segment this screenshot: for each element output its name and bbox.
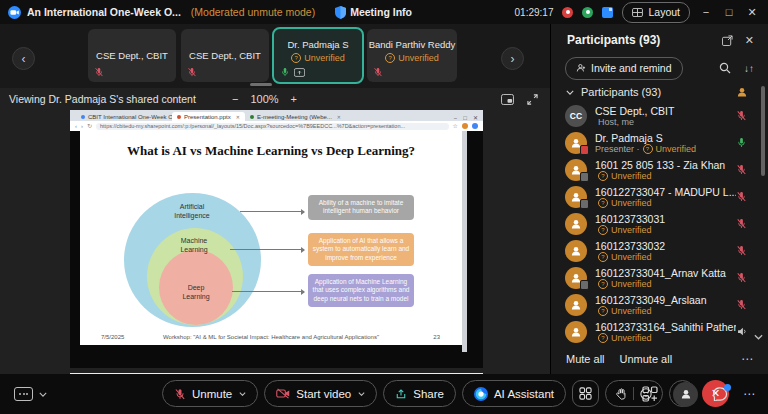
close-panel-icon[interactable]: ✕: [745, 34, 754, 47]
filmstrip-prev-button[interactable]: ‹: [12, 47, 35, 70]
callout-arrow: [232, 291, 304, 292]
person-icon: [680, 388, 692, 400]
apps-grid-icon: [579, 387, 592, 400]
unverified-icon: ?: [598, 225, 608, 235]
mic-muted-icon: [736, 191, 747, 202]
browser-profile-avatar: [462, 123, 468, 129]
participant-row[interactable]: 160123733031 ?Unverified: [551, 210, 763, 237]
participant-status: ?Unverified: [595, 198, 736, 208]
participant-status: ?Unverified: [595, 279, 736, 289]
avatar: [565, 240, 587, 262]
participant-row[interactable]: 160122733047 - MADUPU L... ?Unverified: [551, 183, 763, 210]
layout-button[interactable]: Layout: [622, 2, 690, 23]
person-icon: [570, 245, 582, 257]
invite-and-remind-button[interactable]: Invite and remind: [565, 57, 683, 80]
minimize-button[interactable]: −: [699, 6, 713, 18]
meeting-info-button[interactable]: Meeting Info: [335, 6, 412, 19]
captions-icon[interactable]: [14, 387, 33, 401]
unverified-icon: ?: [385, 53, 395, 63]
participant-name: 160123733049_Arslaan: [595, 294, 736, 306]
more-options-button[interactable]: ⋯: [743, 387, 756, 401]
apps-button[interactable]: [572, 380, 599, 407]
participant-row[interactable]: 160123733041_Arnav Katta ?Unverified: [551, 264, 763, 291]
mute-all-button[interactable]: Mute all: [566, 353, 605, 365]
maximize-button[interactable]: □: [722, 6, 736, 18]
ai-assistant-button[interactable]: AI Assistant: [462, 380, 566, 407]
filmstrip-drag-handle[interactable]: [250, 83, 272, 86]
avatar: [565, 267, 587, 289]
participants-section-header[interactable]: Participants (93): [551, 84, 768, 100]
copy-link-icon[interactable]: [602, 7, 613, 18]
video-tile[interactable]: Bandi Parthiv Reddy ?Unverified: [367, 29, 457, 82]
avatar-badge-icon: [580, 199, 589, 209]
participant-row[interactable]: 160123733049_Arslaan ?Unverified: [551, 291, 763, 318]
unmute-all-button[interactable]: Unmute all: [620, 353, 673, 365]
popout-icon[interactable]: [722, 35, 733, 46]
unmute-button[interactable]: Unmute: [162, 380, 258, 407]
meeting-info-label: Meeting Info: [350, 6, 412, 18]
shared-content-stage: CBIT International One-Week Onl...✕ Pres…: [0, 110, 550, 374]
mic-status-icon: [736, 164, 747, 175]
participants-list: CC CSE Dept., CBIT Host, me Dr. Padmaja …: [551, 102, 763, 345]
mic-muted-icon: [736, 110, 747, 121]
avatar: [565, 159, 587, 181]
avatar: [565, 213, 587, 235]
zoom-in-button[interactable]: +: [291, 93, 297, 105]
participants-panel-title: Participants (93): [551, 33, 660, 47]
chevron-down-icon: [566, 90, 574, 95]
participant-name: CSE Dept., CBIT: [595, 105, 736, 117]
zoom-out-button[interactable]: −: [232, 93, 238, 105]
browser-window-controls: −□✕: [454, 114, 483, 121]
participant-row[interactable]: CC CSE Dept., CBIT Host, me: [551, 102, 763, 129]
chat-button[interactable]: [713, 387, 728, 401]
screen-share-icon: [294, 68, 305, 77]
video-tile[interactable]: CSE Dept., CBIT: [88, 29, 176, 82]
zoom-app-icon: [8, 6, 21, 19]
chevron-down-icon[interactable]: [358, 392, 365, 396]
participant-status: ?Unverified: [595, 306, 736, 316]
participant-row[interactable]: 1601 25 805 133 - Zia Khan ?Unverified: [551, 156, 763, 183]
chevron-down-icon[interactable]: [239, 392, 246, 396]
mic-on-icon: [736, 137, 747, 148]
mic-muted-icon: [373, 67, 383, 77]
meeting-title: An International One-Week O...: [27, 6, 181, 18]
avatar: [565, 294, 587, 316]
close-button[interactable]: ✕: [745, 6, 759, 19]
zoom-level: 100%: [250, 93, 278, 105]
fullscreen-icon[interactable]: [527, 94, 538, 105]
participant-status: ?Unverified: [595, 333, 736, 343]
picture-in-picture-icon[interactable]: [501, 94, 514, 105]
apps-tray-icon[interactable]: [642, 386, 658, 402]
address-bar: https://cbitedu-my.sharepoint.com/:p:/pe…: [96, 123, 449, 130]
mic-status-icon: [736, 218, 747, 229]
video-tile-active-speaker[interactable]: Dr. Padmaja S ?Unverified: [274, 29, 362, 82]
search-icon[interactable]: [719, 62, 731, 74]
participants-button[interactable]: [673, 382, 698, 407]
avatar-badge-icon: [580, 172, 589, 182]
participant-row[interactable]: Dr. Padmaja S Presenter · ?Unverified: [551, 129, 763, 156]
slide-date: 7/5/2025: [101, 334, 124, 340]
participant-row[interactable]: 160123733164_Sahithi Pathem ?Unverified: [551, 318, 763, 345]
unverified-users-icon: [736, 86, 748, 98]
video-tile[interactable]: CSE Dept., CBIT: [181, 29, 269, 82]
participant-status: Host, me: [595, 117, 736, 127]
participant-name: Dr. Padmaja S: [595, 132, 736, 144]
share-button[interactable]: Share: [383, 380, 456, 407]
panel-more-button[interactable]: ⋯: [741, 352, 754, 366]
mic-muted-icon: [736, 164, 747, 175]
person-icon: [570, 218, 582, 230]
participant-row[interactable]: 160123733032 ?Unverified: [551, 237, 763, 264]
scroll-down-chevron-icon[interactable]: [754, 334, 763, 340]
start-video-button[interactable]: Start video: [264, 380, 377, 407]
mic-muted-icon: [736, 218, 747, 229]
panel-scrollbar[interactable]: [761, 86, 765, 176]
chevron-down-icon[interactable]: [39, 392, 47, 397]
unverified-icon: ?: [643, 144, 653, 154]
participants-panel: Participants (93) ✕ Invite and remind ↓↑…: [550, 24, 768, 374]
browser-extension-icon: [472, 123, 478, 129]
sort-icon[interactable]: ↓↑: [744, 63, 754, 74]
mic-muted-icon: [736, 272, 747, 283]
mic-muted-icon: [736, 245, 747, 256]
speaker-icon: [736, 326, 747, 337]
filmstrip-next-button[interactable]: ›: [501, 47, 524, 70]
